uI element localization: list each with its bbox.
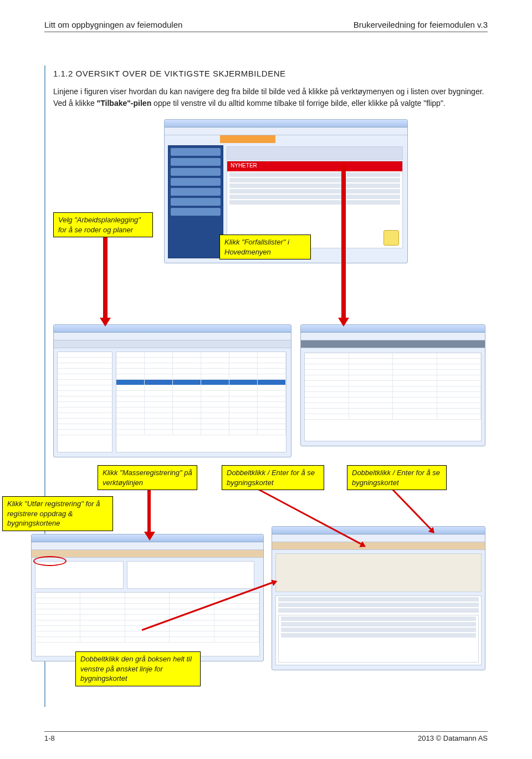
news-header: NYHETER [227, 161, 402, 171]
callout-forfallslister: Klikk "Forfallslister" i Hovedmenyen [219, 235, 311, 259]
callout-dobbeltklikk-graa: Dobbeltklikk den grå boksen helt til ven… [75, 651, 201, 686]
header-right: Brukerveiledning for feiemodulen v.3 [354, 20, 488, 29]
callout-masseregistrering: Klikk "Masseregistrering" på verktøylinj… [98, 465, 197, 490]
section-heading: 1.1.2 OVERSIKT OVER DE VIKTIGSTE SKJERMB… [53, 69, 488, 78]
header-left: Litt om oppbygningen av feiemodulen [44, 20, 182, 29]
callout-utfor-registrering: Klikk "Utfør registrering" for å registr… [2, 496, 113, 531]
callout-arbeidsplanlegging: Velg "Arbeidsplanlegging" for å se roder… [53, 212, 153, 237]
arrow-diag-2 [392, 488, 432, 529]
footer-copyright: 2013 © Datamann AS [418, 734, 488, 742]
para-part2: oppe til venstre vil du alltid komme til… [151, 99, 446, 108]
arrow-down-right [341, 164, 346, 319]
screenshot-forfallslister [300, 324, 485, 446]
screenshot-arbeidsplan [53, 324, 291, 457]
para-bold: "Tilbake"-pilen [97, 99, 152, 108]
red-ellipse-highlight [33, 556, 66, 566]
arrow-down-left [103, 236, 108, 319]
footer-page: 1-8 [44, 734, 55, 742]
sidebar-panel [168, 145, 223, 258]
figure-area: NYHETER Velg "Arbeidsplanlegging" for å … [53, 119, 485, 674]
arrow-massereg [147, 488, 151, 533]
callout-dblclick-2: Dobbeltklikk / Enter for å se bygningsko… [347, 465, 447, 490]
section-paragraph: Linjene i figuren viser hvordan du kan n… [53, 86, 488, 109]
screenshot-bygningskort [272, 526, 485, 670]
callout-dblclick-1: Dobbeltklikk / Enter for å se bygningsko… [222, 465, 324, 490]
